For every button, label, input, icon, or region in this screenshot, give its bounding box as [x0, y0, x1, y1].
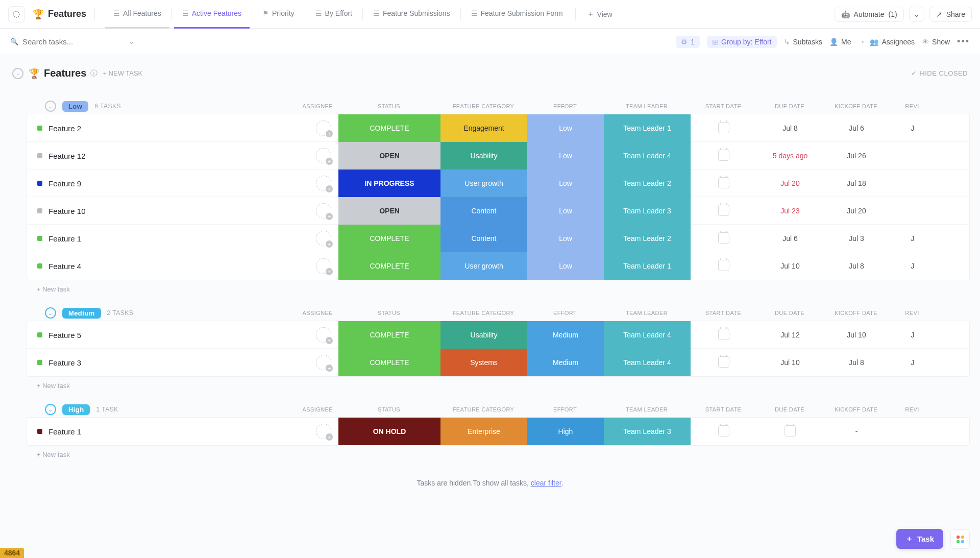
assignee-cell[interactable]: [272, 231, 338, 246]
collapse-group-icon[interactable]: ⌄: [45, 307, 56, 319]
assignee-placeholder-icon[interactable]: [316, 258, 331, 274]
assignee-cell[interactable]: [272, 258, 338, 274]
assignee-cell[interactable]: [272, 148, 338, 163]
col-kickoff[interactable]: KICKOFF DATE: [823, 406, 889, 413]
tab-priority[interactable]: ⚑Priority: [254, 0, 303, 29]
task-title-cell[interactable]: Feature 5: [27, 331, 272, 339]
due-date-cell[interactable]: Jul 20: [757, 179, 823, 187]
show-toggle[interactable]: 👁 Show: [922, 38, 950, 46]
filter-chip[interactable]: ⚙ 1: [676, 36, 700, 48]
status-cell[interactable]: COMPLETE: [338, 114, 440, 142]
effort-cell[interactable]: Low: [527, 169, 604, 197]
review-date-cell[interactable]: J: [890, 262, 936, 270]
due-date-cell[interactable]: Jul 8: [757, 124, 823, 132]
review-date-cell[interactable]: J: [890, 124, 936, 132]
task-title-cell[interactable]: Feature 1: [27, 234, 272, 243]
effort-cell[interactable]: Medium: [527, 321, 604, 349]
due-date-cell[interactable]: [757, 425, 823, 438]
task-title-cell[interactable]: Feature 4: [27, 262, 272, 271]
leader-cell[interactable]: Team Leader 4: [604, 142, 691, 169]
start-date-cell[interactable]: [691, 122, 757, 135]
col-start[interactable]: START DATE: [690, 103, 756, 109]
kickoff-date-cell[interactable]: -: [823, 427, 890, 435]
table-row[interactable]: Feature 1COMPLETEContentLowTeam Leader 2…: [27, 225, 969, 252]
assignee-placeholder-icon[interactable]: [316, 355, 331, 370]
col-status[interactable]: STATUS: [338, 310, 440, 316]
status-cell[interactable]: COMPLETE: [338, 252, 440, 280]
due-date-cell[interactable]: Jul 10: [757, 262, 823, 270]
group-badge[interactable]: Low: [62, 101, 88, 112]
start-date-cell[interactable]: [691, 356, 757, 369]
more-menu[interactable]: •••: [957, 36, 970, 47]
table-row[interactable]: Feature 5COMPLETEUsabilityMediumTeam Lea…: [27, 321, 969, 349]
task-title-cell[interactable]: Feature 1: [27, 427, 272, 436]
start-date-cell[interactable]: [691, 150, 757, 162]
col-leader[interactable]: TEAM LEADER: [603, 310, 690, 316]
status-cell[interactable]: OPEN: [338, 197, 440, 225]
tab-by-effort[interactable]: ☰By Effort: [307, 0, 360, 29]
tab-active-features[interactable]: ☰Active Features: [174, 0, 250, 29]
leader-cell[interactable]: Team Leader 2: [604, 225, 691, 252]
tab-feature-submission-form[interactable]: ☰Feature Submission Form: [463, 0, 571, 29]
assignee-placeholder-icon[interactable]: [316, 148, 331, 163]
col-category[interactable]: FEATURE CATEGORY: [440, 103, 527, 109]
group-badge[interactable]: High: [62, 404, 90, 415]
leader-cell[interactable]: Team Leader 4: [604, 321, 691, 349]
col-leader[interactable]: TEAM LEADER: [603, 406, 690, 413]
leader-cell[interactable]: Team Leader 3: [604, 197, 691, 225]
table-row[interactable]: Feature 1ON HOLDEnterpriseHighTeam Leade…: [27, 418, 969, 445]
due-date-cell[interactable]: Jul 10: [757, 358, 823, 367]
groupby-chip[interactable]: ⊞ Group by: Effort: [707, 36, 777, 48]
col-start[interactable]: START DATE: [690, 310, 756, 316]
assignee-placeholder-icon[interactable]: [316, 176, 331, 191]
status-cell[interactable]: ON HOLD: [338, 418, 440, 445]
status-cell[interactable]: OPEN: [338, 142, 440, 169]
add-view-button[interactable]: ＋ View: [580, 6, 620, 23]
effort-cell[interactable]: Low: [527, 252, 604, 280]
due-date-cell[interactable]: Jul 12: [757, 331, 823, 339]
assignee-placeholder-icon[interactable]: [316, 327, 331, 343]
kickoff-date-cell[interactable]: Jul 18: [823, 179, 890, 187]
assignee-cell[interactable]: [272, 176, 338, 191]
start-date-cell[interactable]: [691, 260, 757, 273]
category-cell[interactable]: Enterprise: [440, 418, 527, 445]
col-due[interactable]: DUE DATE: [756, 406, 823, 413]
assignee-cell[interactable]: [272, 355, 338, 370]
col-assignee[interactable]: ASSIGNEE: [272, 310, 338, 316]
task-title-cell[interactable]: Feature 12: [27, 152, 272, 160]
col-effort[interactable]: EFFORT: [527, 103, 603, 109]
new-task-inline[interactable]: + NEW TASK: [103, 69, 142, 77]
assignee-cell[interactable]: [272, 120, 338, 136]
col-status[interactable]: STATUS: [338, 406, 440, 413]
tab-feature-submissions[interactable]: ☰Feature Submissions: [365, 0, 458, 29]
apps-launcher[interactable]: [950, 529, 970, 549]
collapse-list-icon[interactable]: ⌄: [12, 68, 23, 79]
kickoff-date-cell[interactable]: Jul 3: [823, 234, 890, 242]
table-row[interactable]: Feature 4COMPLETEUser growthLowTeam Lead…: [27, 252, 969, 280]
start-date-cell[interactable]: [691, 425, 757, 438]
col-category[interactable]: FEATURE CATEGORY: [440, 310, 527, 316]
table-row[interactable]: Feature 12OPENUsabilityLowTeam Leader 45…: [27, 142, 969, 169]
kickoff-date-cell[interactable]: Jul 8: [823, 262, 890, 270]
col-due[interactable]: DUE DATE: [756, 310, 823, 316]
new-task-row[interactable]: + New task: [27, 377, 970, 390]
assignee-placeholder-icon[interactable]: [316, 424, 331, 439]
assignees-filter[interactable]: 👥 Assignees: [859, 38, 915, 46]
review-date-cell[interactable]: J: [890, 358, 936, 367]
hide-closed-toggle[interactable]: ✓ HIDE CLOSED: [911, 69, 968, 77]
list-title-chip[interactable]: 🏆 Features: [29, 7, 90, 22]
status-cell[interactable]: IN PROGRESS: [338, 169, 440, 197]
due-date-cell[interactable]: Jul 23: [757, 207, 823, 215]
start-date-cell[interactable]: [691, 205, 757, 217]
leader-cell[interactable]: Team Leader 2: [604, 169, 691, 197]
due-date-cell[interactable]: Jul 6: [757, 234, 823, 242]
col-assignee[interactable]: ASSIGNEE: [272, 103, 338, 109]
kickoff-date-cell[interactable]: Jul 8: [823, 358, 890, 367]
category-cell[interactable]: Content: [440, 197, 527, 225]
share-button[interactable]: ↗ Share: [929, 7, 972, 22]
start-date-cell[interactable]: [691, 232, 757, 245]
kickoff-date-cell[interactable]: Jul 6: [823, 124, 890, 132]
leader-cell[interactable]: Team Leader 1: [604, 114, 691, 142]
info-icon[interactable]: ⓘ: [90, 69, 97, 78]
automate-button[interactable]: 🤖 Automate (1): [835, 7, 904, 22]
